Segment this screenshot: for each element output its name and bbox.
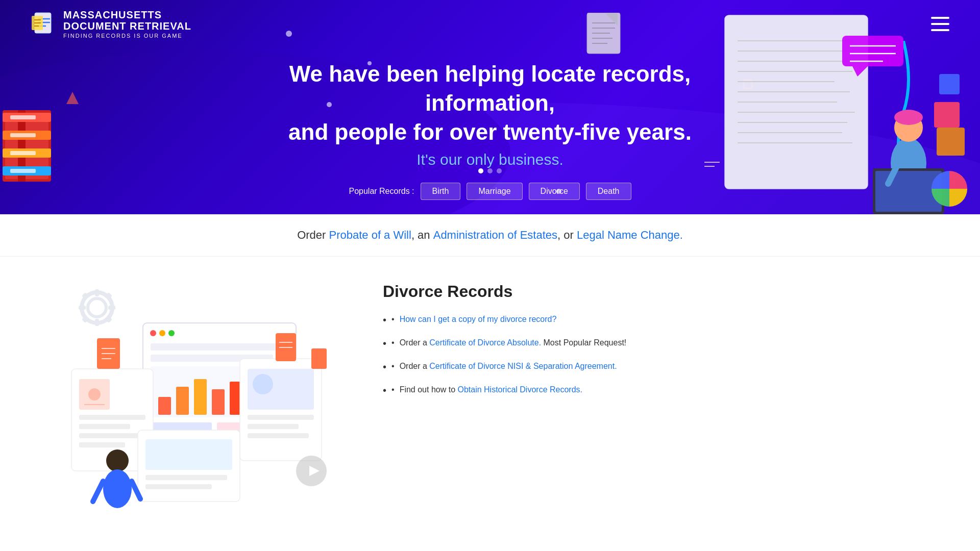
- divorce-link-3[interactable]: Certificate of Divorce NISI & Separation…: [429, 362, 617, 370]
- slider-dot-3[interactable]: [497, 168, 502, 173]
- svg-point-77: [168, 330, 175, 336]
- main-content: Divorce Records • How can I get a copy o…: [0, 257, 980, 534]
- svg-rect-82: [176, 387, 189, 415]
- svg-rect-106: [145, 475, 227, 480]
- svg-rect-105: [145, 439, 232, 470]
- divorce-records-title: Divorce Records: [383, 282, 919, 301]
- slider-dot-1[interactable]: [478, 168, 483, 173]
- svg-rect-103: [248, 433, 309, 438]
- logo-text: MASSACHUSETTS DOCUMENT RETRIEVAL FINDING…: [63, 9, 191, 39]
- hero-content: We have been helping locate records, inf…: [31, 44, 949, 210]
- svg-rect-93: [79, 433, 140, 438]
- divorce-link-4[interactable]: Obtain Historical Divorce Records.: [457, 385, 582, 394]
- svg-rect-68: [79, 306, 86, 310]
- logo-icon: [31, 11, 57, 37]
- svg-point-109: [103, 469, 132, 508]
- death-button[interactable]: Death: [586, 183, 631, 200]
- hero-section: MASSACHUSETTS DOCUMENT RETRIEVAL FINDING…: [0, 0, 980, 214]
- divorce-list-item-4: • Find out how to Obtain Historical Divo…: [383, 384, 919, 398]
- svg-point-76: [159, 330, 165, 336]
- svg-rect-107: [145, 484, 212, 489]
- divorce-list-item-1: • How can I get a copy of my divorce rec…: [383, 313, 919, 328]
- divorce-list-item-2: • Order a Certificate of Divorce Absolut…: [383, 337, 919, 351]
- administration-link[interactable]: Administration of Estates: [433, 229, 557, 241]
- document-screens-svg: [61, 308, 327, 512]
- svg-rect-83: [194, 379, 207, 415]
- logo-tagline: FINDING RECORDS IS OUR GAME: [63, 33, 191, 39]
- svg-point-96: [88, 388, 101, 400]
- slider-dots: [478, 168, 502, 173]
- hero-headline: We have been helping locate records, inf…: [260, 59, 720, 147]
- hero-subheadline: It's our only business.: [31, 151, 949, 168]
- divorce-list-item-3: • Order a Certificate of Divorce NISI & …: [383, 360, 919, 374]
- marriage-button[interactable]: Marriage: [467, 183, 522, 200]
- svg-rect-91: [79, 415, 145, 420]
- svg-rect-121: [311, 348, 327, 369]
- logo-title-line1: MASSACHUSETTS: [63, 9, 191, 20]
- content-illustration: [61, 277, 342, 514]
- divorce-link-2[interactable]: Certificate of Divorce Absolute.: [429, 338, 541, 347]
- name-change-link[interactable]: Legal Name Change.: [577, 229, 683, 241]
- svg-point-75: [150, 330, 156, 336]
- svg-rect-69: [108, 306, 115, 310]
- logo-title-line2: DOCUMENT RETRIEVAL: [63, 20, 191, 32]
- popular-records-bar: Popular Records : Birth Marriage Divorce…: [31, 183, 949, 200]
- order-section: Order Probate of a Will, an Administrati…: [0, 214, 980, 257]
- order-separator-1: , an: [411, 229, 433, 241]
- svg-line-110: [93, 481, 103, 502]
- divorce-link-1[interactable]: How can I get a copy of my divorce recor…: [400, 315, 557, 323]
- order-separator-2: , or: [557, 229, 577, 241]
- navbar: MASSACHUSETTS DOCUMENT RETRIEVAL FINDING…: [31, 0, 949, 44]
- svg-rect-92: [79, 424, 130, 429]
- gear-icon: [77, 287, 117, 328]
- svg-point-108: [106, 449, 129, 472]
- divorce-info-panel: Divorce Records • How can I get a copy o…: [383, 277, 919, 407]
- slider-dot-2[interactable]: [487, 168, 493, 173]
- birth-button[interactable]: Birth: [421, 183, 461, 200]
- order-prefix: Order: [297, 229, 329, 241]
- popular-label: Popular Records :: [349, 187, 414, 196]
- logo[interactable]: MASSACHUSETTS DOCUMENT RETRIEVAL FINDING…: [31, 9, 191, 39]
- divorce-button[interactable]: Divorce: [529, 183, 580, 200]
- svg-rect-94: [79, 442, 125, 447]
- svg-rect-101: [248, 415, 314, 420]
- svg-rect-84: [212, 389, 225, 415]
- svg-point-65: [88, 298, 106, 317]
- probate-link[interactable]: Probate of a Will: [329, 229, 411, 241]
- divorce-records-list: • How can I get a copy of my divorce rec…: [383, 313, 919, 398]
- svg-rect-102: [248, 424, 299, 429]
- hamburger-menu[interactable]: [931, 17, 949, 31]
- svg-rect-100: [253, 374, 273, 394]
- svg-rect-81: [158, 397, 171, 415]
- svg-rect-78: [151, 343, 288, 350]
- svg-rect-67: [95, 319, 99, 326]
- svg-rect-66: [95, 289, 99, 296]
